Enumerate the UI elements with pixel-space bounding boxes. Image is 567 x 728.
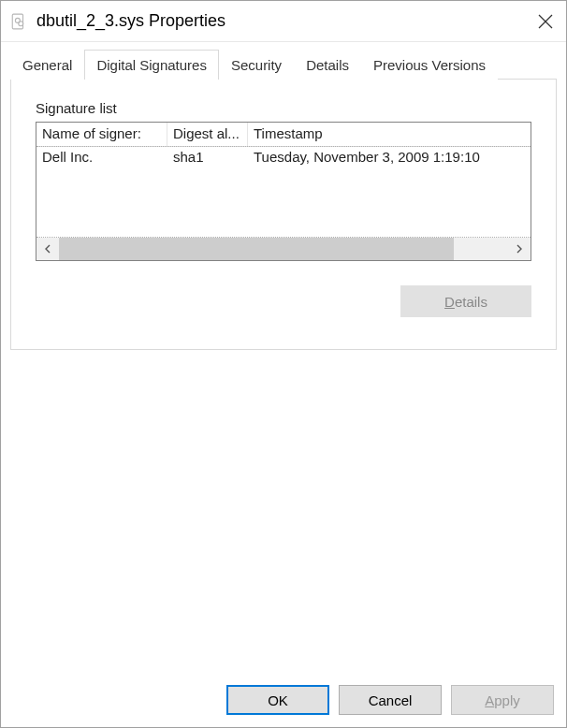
- details-button: Details: [400, 285, 531, 317]
- titlebar: dbutil_2_3.sys Properties: [1, 1, 566, 42]
- apply-button: Apply: [451, 685, 554, 715]
- content-area: General Digital Signatures Security Deta…: [1, 42, 566, 350]
- column-header-timestamp[interactable]: Timestamp: [248, 123, 531, 146]
- signature-list-label: Signature list: [36, 100, 531, 116]
- list-headers: Name of signer: Digest al... Timestamp: [36, 123, 531, 147]
- list-row[interactable]: Dell Inc. sha1 Tuesday, November 3, 2009…: [36, 147, 531, 169]
- window-title: dbutil_2_3.sys Properties: [36, 11, 538, 31]
- tab-previous-versions[interactable]: Previous Versions: [361, 50, 498, 80]
- cell-digest: sha1: [167, 147, 248, 169]
- cell-name: Dell Inc.: [36, 147, 167, 169]
- column-header-digest[interactable]: Digest al...: [167, 123, 248, 146]
- tab-general[interactable]: General: [10, 50, 84, 80]
- horizontal-scrollbar[interactable]: [36, 238, 531, 260]
- close-icon[interactable]: [538, 14, 553, 29]
- dialog-buttons: OK Cancel Apply: [226, 685, 554, 715]
- tab-digital-signatures[interactable]: Digital Signatures: [84, 50, 219, 80]
- scroll-right-icon[interactable]: [508, 238, 531, 260]
- tab-details[interactable]: Details: [294, 50, 361, 80]
- cancel-button[interactable]: Cancel: [339, 685, 442, 715]
- signature-list[interactable]: Name of signer: Digest al... Timestamp D…: [36, 122, 531, 261]
- cell-timestamp: Tuesday, November 3, 2009 1:19:10: [248, 147, 531, 169]
- scroll-thumb[interactable]: [59, 238, 454, 260]
- scroll-left-icon[interactable]: [36, 238, 59, 260]
- list-body: Dell Inc. sha1 Tuesday, November 3, 2009…: [36, 146, 531, 238]
- tab-panel: Signature list Name of signer: Digest al…: [10, 79, 557, 350]
- details-button-row: Details: [36, 285, 531, 317]
- file-icon: [10, 13, 27, 30]
- scroll-track[interactable]: [59, 238, 508, 260]
- tab-security[interactable]: Security: [219, 50, 294, 80]
- ok-button[interactable]: OK: [226, 685, 329, 715]
- column-header-name[interactable]: Name of signer:: [36, 123, 167, 146]
- tabs-row: General Digital Signatures Security Deta…: [10, 50, 557, 79]
